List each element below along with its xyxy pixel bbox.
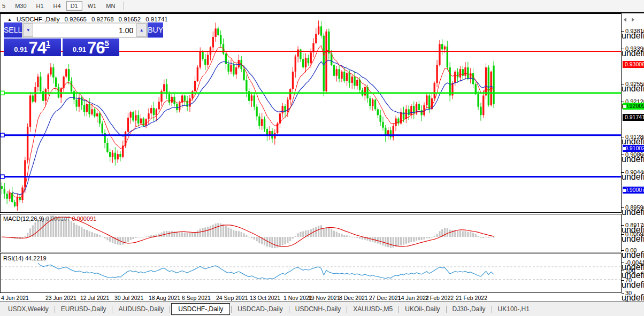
sell-price-panel[interactable]: 0.91 74 1 [4, 38, 61, 56]
rsi-axis-label: 100 [625, 267, 635, 274]
candle-body [6, 194, 7, 198]
timeframe-button-5[interactable]: 5 [0, 1, 10, 11]
candle-body [212, 37, 214, 48]
macd-histogram-bar [390, 237, 392, 248]
candle-body [40, 76, 41, 91]
symbol-tab-xauusd-m5[interactable]: XAUUSD-,M5 [348, 304, 397, 314]
macd-histogram-bar [197, 230, 198, 237]
volume-decrease-button[interactable]: ▼ [23, 24, 33, 37]
symbol-tab-eurusd-daily[interactable]: EURUSD-,Daily [56, 304, 111, 314]
macd-histogram-bar [200, 229, 201, 237]
candle-body [230, 65, 232, 72]
rsi-axis-tick: undefined [622, 280, 624, 281]
candle-body [251, 96, 252, 101]
candle-body [426, 96, 427, 105]
tab-scroll-left-icon[interactable] [624, 18, 626, 22]
candle-body [377, 109, 379, 115]
one-click-trade-widget: SELL ▼ ▲ BUY 0.91 74 1 0.91 76 5 [4, 22, 119, 56]
macd-histogram-bar [158, 234, 160, 237]
chart-window[interactable]: ▲ USDCHF-,Daily 0.92665 0.92768 0.91652 … [0, 13, 644, 316]
price-badge: 0.91002 [623, 145, 644, 152]
timeframe-button-mn[interactable]: MN [102, 1, 119, 11]
macd-histogram-bar [449, 230, 451, 237]
candle-body [197, 67, 198, 81]
macd-histogram-bar [187, 233, 188, 237]
buy-button[interactable]: BUY [148, 22, 163, 38]
candle-body [258, 117, 260, 126]
sell-button[interactable]: SELL [4, 22, 22, 38]
macd-histogram-bar [421, 237, 423, 240]
macd-histogram-bar [207, 227, 209, 237]
macd-histogram-bar [274, 237, 275, 248]
candle-body [485, 67, 487, 95]
candle-body [220, 35, 221, 44]
macd-histogram-bar [248, 237, 250, 237]
candle-body [346, 73, 348, 81]
volume-input[interactable] [33, 24, 136, 37]
macd-histogram-bar [241, 232, 242, 237]
candle-body [158, 102, 159, 109]
macd-histogram-bar [122, 237, 124, 245]
hline-drag-handle [1, 91, 4, 95]
date-axis-label: 19 Nov 2021 [308, 295, 340, 301]
macd-histogram-bar [243, 233, 244, 237]
symbol-tab-uk100-h1[interactable]: UK100-,H1 [493, 304, 534, 314]
macd-histogram-bar [68, 220, 70, 237]
trading-platform-window: 5M30H1H4D1W1MN ▲ USDCHF-,Daily 0.92665 0… [0, 0, 644, 316]
candle-body [459, 69, 461, 78]
timeframe-button-m30[interactable]: M30 [11, 1, 30, 11]
timeframe-button-d1[interactable]: D1 [66, 1, 82, 11]
candle-body [315, 34, 317, 43]
tab-divider [55, 306, 55, 313]
candle-body [341, 72, 342, 79]
macd-histogram-bar [308, 230, 309, 237]
macd-histogram-bar [233, 230, 234, 237]
macd-signal-value: 0.000091 [72, 215, 96, 222]
macd-histogram-bar [454, 230, 456, 237]
macd-histogram-bar [217, 223, 219, 237]
symbol-tab-dj30-daily[interactable]: DJ30-,Daily [448, 304, 490, 314]
macd-histogram-bar [271, 237, 273, 248]
timeframe-button-h4[interactable]: H4 [49, 1, 65, 11]
candle-body [50, 67, 51, 74]
candle-body [243, 69, 244, 80]
macd-histogram-bar [89, 231, 90, 237]
macd-histogram-bar [140, 237, 142, 237]
buy-price-panel[interactable]: 0.91 76 5 [63, 38, 120, 56]
candle-body [457, 72, 458, 78]
candle-body [233, 65, 234, 74]
macd-histogram-bar [143, 237, 144, 237]
macd-histogram-bar [359, 237, 361, 238]
candle-body [333, 65, 335, 75]
symbol-tab-usdx-weekly[interactable]: USDX,Weekly [3, 304, 53, 314]
chart-title: USDCHF-,Daily [17, 16, 60, 22]
timeframe-button-h1[interactable]: H1 [32, 1, 48, 11]
date-axis-label: 24 Sep 2021 [216, 295, 248, 301]
macd-histogram-bar [264, 237, 265, 245]
macd-histogram-bar [202, 228, 203, 237]
macd-histogram-bar [251, 237, 252, 238]
timeframe-button-w1[interactable]: W1 [83, 1, 101, 11]
rsi-value: 44.2219 [25, 255, 47, 261]
macd-histogram-bar [467, 232, 469, 237]
symbol-tab-usdcad-daily[interactable]: USDCAD-,Daily [233, 304, 288, 314]
symbol-tab-usdcnh-daily[interactable]: USDCNH-,Daily [290, 304, 346, 314]
candle-body [112, 153, 113, 157]
symbol-tab-usdchf-daily[interactable]: USDCHF-,Daily [171, 303, 230, 315]
macd-histogram-bar [78, 226, 80, 237]
candle-body [4, 189, 5, 194]
symbol-tab-ukoil-daily[interactable]: UKOil-,Daily [400, 304, 444, 314]
macd-histogram-bar [385, 237, 386, 246]
macd-histogram-bar [148, 236, 149, 237]
candle-body [454, 72, 456, 83]
candle-body [444, 47, 446, 49]
candle-body [217, 28, 219, 35]
toolbar-divider [123, 2, 124, 10]
macd-histogram-bar [478, 236, 479, 237]
volume-increase-button[interactable]: ▲ [136, 24, 147, 37]
symbol-tab-audusd-daily[interactable]: AUDUSD-,Daily [113, 304, 168, 314]
symbol-tab-bar: USDX,WeeklyEURUSD-,DailyAUDUSD-,DailyUSD… [0, 302, 644, 316]
collapse-triangle-icon[interactable]: ▲ [7, 17, 12, 22]
macd-histogram-bar [428, 237, 430, 238]
tab-scroll-right-icon[interactable] [632, 18, 634, 22]
